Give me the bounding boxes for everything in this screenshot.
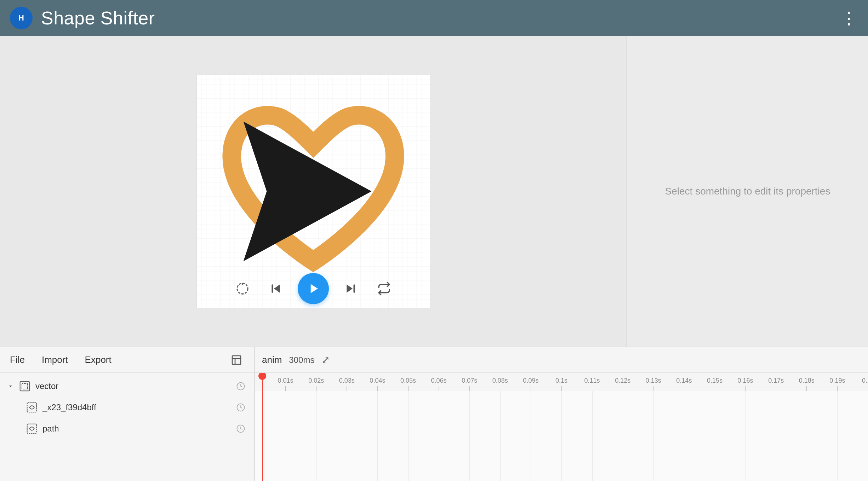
svg-rect-6 [354,284,355,292]
properties-hint: Select something to edit its properties [665,186,830,197]
skip-previous-button[interactable] [264,277,287,300]
main-area: Select something to edit its properties [0,36,868,347]
ruler-tick: 0.03s [339,373,355,391]
layer-panel: File Import Export [0,347,255,481]
svg-rect-9 [22,383,28,389]
export-menu[interactable]: Export [85,354,112,365]
bottom-panel: File Import Export [0,347,868,481]
timeline-grid-line [439,391,439,481]
layer-anim-x23[interactable] [234,401,247,414]
layer-anim-path[interactable] [234,422,247,435]
svg-rect-7 [232,356,241,364]
header-menu-icon[interactable]: ⋮ [840,8,858,28]
timeline-grid-line [592,391,593,481]
anim-label: anim [262,354,282,365]
timeline-expand-icon[interactable]: ⤢ [321,354,330,366]
timeline-grid-line [807,391,807,481]
layer-toolbar: File Import Export [0,347,254,373]
ruler-tick: 0.16s [738,373,753,391]
ruler-tick: 0.11s [584,373,600,391]
timeline-panel: anim 300ms ⤢ 0.01s0.02s0.03s0.04s0.05s0.… [255,347,868,481]
ruler-tick: 0.01s [278,373,293,391]
svg-rect-5 [272,284,273,292]
timeline-ruler: 0.01s0.02s0.03s0.04s0.05s0.06s0.07s0.08s… [255,373,868,391]
ruler-tick: 0.2s [862,373,868,391]
ruler-tick: 0.07s [462,373,477,391]
timeline-grid-line [715,391,715,481]
layer-name-path: path [42,424,234,434]
layer-expand-button[interactable] [229,352,244,368]
ruler-tick: 0.05s [400,373,416,391]
layer-name-vector: vector [35,381,234,391]
import-menu[interactable]: Import [42,354,68,365]
ruler-tick: 0.17s [768,373,784,391]
timeline-grid-line [684,391,684,481]
timeline-grid-line [347,391,347,481]
anim-duration: 300ms [289,355,314,365]
layer-list: vector _x23_f39d4bff [0,373,254,481]
layer-name-x23: _x23_f39d4bff [42,402,234,412]
ruler-ticks: 0.01s0.02s0.03s0.04s0.05s0.06s0.07s0.08s… [255,373,868,391]
ruler-tick: 0.15s [707,373,723,391]
ruler-tick: 0.14s [676,373,692,391]
timeline-content [255,391,868,481]
reset-button[interactable] [231,277,254,300]
layer-item-x23[interactable]: _x23_f39d4bff [0,397,254,418]
properties-panel: Select something to edit its properties [627,36,868,347]
layer-item-vector[interactable]: vector [0,376,254,397]
app-title: Shape Shifter [41,7,840,29]
timeline-grid-line [623,391,623,481]
timeline-grid-line [653,391,654,481]
ruler-tick: 0.09s [523,373,538,391]
layer-item-path[interactable]: path [0,418,254,439]
header: H Shape Shifter ⋮ [0,0,868,36]
timeline-grid-line [500,391,501,481]
playback-controls [231,273,395,304]
ruler-tick: 0.04s [370,373,385,391]
timeline-grid-line [837,391,838,481]
ruler-tick: 0.02s [308,373,324,391]
ruler-tick: 0.13s [646,373,661,391]
timeline-header: anim 300ms ⤢ [255,347,868,373]
ruler-tick: 0.18s [799,373,815,391]
svg-rect-11 [27,403,37,412]
layer-icon-x23 [25,401,38,414]
timeline-grid-line [561,391,562,481]
timeline-playhead [262,373,263,481]
timeline-grid-line [408,391,409,481]
timeline-grid-line [746,391,746,481]
repeat-button[interactable] [373,277,395,300]
app-logo: H [10,7,33,29]
grid-lines [255,391,868,481]
timeline-grid-line [469,391,470,481]
ruler-tick: 0.19s [829,373,845,391]
timeline-grid-line [776,391,776,481]
svg-rect-8 [20,382,30,391]
timeline-grid-line [316,391,316,481]
svg-text:H: H [18,13,24,22]
canvas-panel [0,36,627,347]
layer-icon-vector [18,380,31,393]
layer-chevron-vector [7,383,18,390]
ruler-tick: 0.12s [615,373,630,391]
svg-rect-13 [27,424,37,434]
ruler-tick: 0.1s [555,373,567,391]
ruler-tick: 0.06s [431,373,447,391]
layer-anim-vector[interactable] [234,380,247,393]
file-menu[interactable]: File [10,354,25,365]
timeline-grid-line [286,391,286,481]
layer-icon-path [25,422,38,435]
ruler-tick: 0.08s [492,373,508,391]
timeline-grid-line [377,391,378,481]
timeline-grid-line [531,391,531,481]
play-button[interactable] [298,273,329,304]
skip-next-button[interactable] [339,277,362,300]
